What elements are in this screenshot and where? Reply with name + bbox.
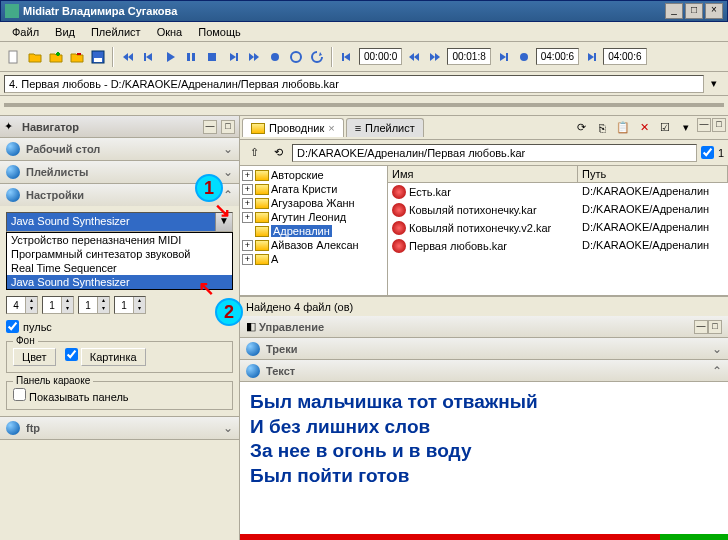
main-toolbar: 00:00:0 00:01:8 04:00:6 04:00:6	[0, 42, 728, 72]
navigator-title: Навигатор	[22, 121, 199, 133]
options-icon[interactable]: ☑	[655, 118, 675, 138]
tree-item[interactable]: +Авторские	[242, 168, 385, 182]
step-fwd-icon[interactable]	[425, 47, 445, 67]
tree-item[interactable]: +Агутин Леонид	[242, 210, 385, 224]
skip-back-icon[interactable]	[337, 47, 357, 67]
spin-4[interactable]: ▴▾	[114, 296, 146, 314]
forward-icon[interactable]	[244, 47, 264, 67]
spin-2[interactable]: ▴▾	[42, 296, 74, 314]
pulse-checkbox[interactable]	[6, 320, 19, 333]
remove-icon[interactable]	[67, 47, 87, 67]
globe-icon	[6, 188, 20, 202]
path-checkbox[interactable]	[701, 146, 714, 159]
synth-option[interactable]: Программный синтезатор звуковой	[7, 247, 232, 261]
menu-view[interactable]: Вид	[47, 24, 83, 40]
nav-collapse-button[interactable]: —	[203, 120, 217, 134]
time-2: 00:01:8	[447, 48, 490, 65]
section-control[interactable]: ◧ Управление — □	[240, 316, 728, 338]
picture-checkbox[interactable]	[65, 348, 78, 361]
last-icon[interactable]	[581, 47, 601, 67]
delete-icon[interactable]: ✕	[634, 118, 654, 138]
path-input[interactable]	[292, 144, 697, 162]
kar-icon	[392, 203, 406, 217]
end-icon[interactable]	[514, 47, 534, 67]
svg-rect-7	[236, 53, 238, 61]
play-icon[interactable]	[160, 47, 180, 67]
refresh-icon[interactable]: ⟳	[571, 118, 591, 138]
tree-item[interactable]: +Агата Кристи	[242, 182, 385, 196]
position-slider[interactable]	[4, 98, 724, 112]
menu-icon[interactable]: ▾	[676, 118, 696, 138]
file-list[interactable]: Имя Путь Есть.karD:/KARAOKE/Адреналин Ко…	[388, 166, 728, 295]
synth-combo[interactable]: Java Sound Synthesizer ▼	[6, 212, 233, 232]
time-3: 04:00:6	[536, 48, 579, 65]
file-row[interactable]: Первая любовь.karD:/KARAOKE/Адреналин	[388, 237, 728, 255]
spin-1[interactable]: ▴▾	[6, 296, 38, 314]
synth-option[interactable]: Real Time Sequencer	[7, 261, 232, 275]
prev-icon[interactable]	[139, 47, 159, 67]
progress-remaining	[660, 534, 728, 540]
tab-close-icon[interactable]: ×	[328, 122, 334, 134]
section-button[interactable]: □	[708, 320, 722, 334]
svg-point-9	[291, 52, 301, 62]
show-panel-checkbox[interactable]	[13, 388, 26, 401]
chevron-down-icon: ⌄	[223, 142, 233, 156]
file-row[interactable]: Ковыляй потихонечку.karD:/KARAOKE/Адрена…	[388, 201, 728, 219]
file-explorer: +Авторские +Агата Кристи +Агузарова Жанн…	[240, 166, 728, 296]
close-button[interactable]: ×	[705, 3, 723, 19]
menu-playlist[interactable]: Плейлист	[83, 24, 149, 40]
next-icon[interactable]	[223, 47, 243, 67]
section-button[interactable]: —	[694, 320, 708, 334]
maximize-button[interactable]: □	[685, 3, 703, 19]
tree-item[interactable]: +Агузарова Жанн	[242, 196, 385, 210]
col-path[interactable]: Путь	[578, 166, 728, 182]
step-back-icon[interactable]	[404, 47, 424, 67]
file-row[interactable]: Есть.karD:/KARAOKE/Адреналин	[388, 183, 728, 201]
folder-tree[interactable]: +Авторские +Агата Кристи +Агузарова Жанн…	[240, 166, 388, 295]
refresh-icon[interactable]	[307, 47, 327, 67]
section-text[interactable]: Текст ⌃	[240, 360, 728, 382]
picture-button[interactable]: Картинка	[81, 348, 146, 366]
new-icon[interactable]	[4, 47, 24, 67]
tree-item[interactable]: +А	[242, 252, 385, 266]
status-bar: Найдено 4 файл (ов)	[240, 296, 728, 316]
section-tracks[interactable]: Треки ⌄	[240, 338, 728, 360]
pane-min-button[interactable]: —	[697, 118, 711, 132]
col-name[interactable]: Имя	[388, 166, 578, 182]
color-button[interactable]: Цвет	[13, 348, 56, 366]
track-input[interactable]	[4, 75, 704, 93]
skip-fwd-icon[interactable]	[493, 47, 513, 67]
add-icon[interactable]	[46, 47, 66, 67]
menu-windows[interactable]: Окна	[149, 24, 191, 40]
svg-rect-11	[506, 53, 508, 61]
up-icon[interactable]: ⇧	[244, 143, 264, 163]
track-dropdown-icon[interactable]: ▾	[704, 74, 724, 94]
pause-icon[interactable]	[181, 47, 201, 67]
section-desktop[interactable]: Рабочий стол ⌄	[0, 138, 239, 160]
open-icon[interactable]	[25, 47, 45, 67]
minimize-button[interactable]: _	[665, 3, 683, 19]
section-ftp[interactable]: ftp ⌄	[0, 417, 239, 439]
rewind-icon[interactable]	[118, 47, 138, 67]
paste-icon[interactable]: 📋	[613, 118, 633, 138]
copy-icon[interactable]: ⎘	[592, 118, 612, 138]
tree-item[interactable]: +Айвазов Алексан	[242, 238, 385, 252]
globe-icon	[6, 165, 20, 179]
pane-max-button[interactable]: □	[712, 118, 726, 132]
nav-menu-button[interactable]: □	[221, 120, 235, 134]
tree-item-selected[interactable]: Адреналин	[242, 224, 385, 238]
synth-option[interactable]: Устройство переназначения MIDI	[7, 233, 232, 247]
loop-icon[interactable]	[286, 47, 306, 67]
save-icon[interactable]	[88, 47, 108, 67]
stop-icon[interactable]	[202, 47, 222, 67]
spin-3[interactable]: ▴▾	[78, 296, 110, 314]
menu-file[interactable]: Файл	[4, 24, 47, 40]
record-icon[interactable]	[265, 47, 285, 67]
chevron-up-icon: ⌃	[712, 364, 722, 378]
menu-help[interactable]: Помощь	[190, 24, 249, 40]
progress-area	[0, 96, 728, 116]
file-row[interactable]: Ковыляй потихонечку.v2.karD:/KARAOKE/Адр…	[388, 219, 728, 237]
home-icon[interactable]: ⟲	[268, 143, 288, 163]
tab-explorer[interactable]: Проводник ×	[242, 118, 344, 137]
tab-playlist[interactable]: ≡ Плейлист	[346, 118, 424, 137]
